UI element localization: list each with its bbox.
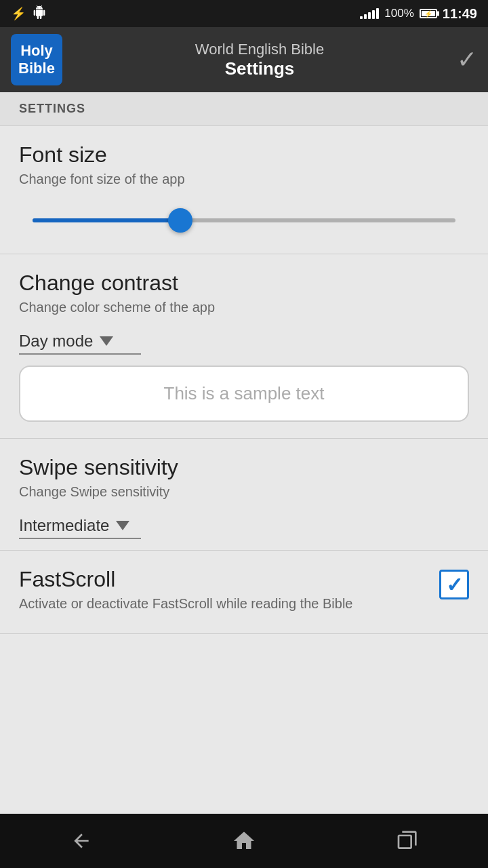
fastscroll-row: FastScroll Activate or deactivate FastSc…: [19, 567, 469, 623]
font-size-title: Font size: [19, 142, 469, 167]
font-size-slider-track: [33, 218, 455, 222]
app-subtitle: World English Bible: [62, 41, 457, 58]
fastscroll-description: Activate or deactivate FastScroll while …: [19, 596, 439, 612]
status-bar: ⚡ 100% ⚡ 11:49: [0, 0, 488, 27]
swipe-sensitivity-description: Change Swipe sensitivity: [19, 484, 469, 500]
settings-section-header: SETTINGS: [0, 92, 488, 126]
recents-button[interactable]: [386, 821, 427, 861]
svg-rect-0: [399, 835, 411, 848]
change-contrast-description: Change color scheme of the app: [19, 300, 469, 315]
app-main-title: Settings: [62, 58, 457, 79]
swipe-sensitivity-dropdown-arrow-icon: [116, 521, 129, 530]
contrast-dropdown-value: Day mode: [19, 332, 93, 351]
change-contrast-title: Change contrast: [19, 271, 469, 296]
swipe-sensitivity-setting: Swipe sensitivity Change Swipe sensitivi…: [0, 439, 488, 551]
sample-text: This is a sample text: [164, 383, 325, 403]
home-button[interactable]: [224, 821, 264, 861]
swipe-sensitivity-dropdown-value: Intermediate: [19, 516, 109, 535]
fastscroll-setting: FastScroll Activate or deactivate FastSc…: [0, 551, 488, 634]
font-size-slider-thumb[interactable]: [168, 208, 192, 233]
fastscroll-title: FastScroll: [19, 567, 439, 592]
battery-icon: ⚡: [420, 9, 437, 18]
fastscroll-checkmark-icon: ✓: [446, 573, 463, 597]
status-left: ⚡: [11, 5, 46, 22]
fastscroll-checkbox[interactable]: ✓: [439, 570, 469, 599]
swipe-sensitivity-dropdown[interactable]: Intermediate: [19, 516, 141, 539]
font-size-description: Change font size of the app: [19, 172, 469, 187]
android-icon: [33, 5, 46, 22]
signal-bars-icon: [360, 8, 379, 19]
battery-percentage: 100%: [384, 7, 413, 20]
navigation-bar: [0, 814, 488, 868]
contrast-dropdown[interactable]: Day mode: [19, 332, 141, 355]
contrast-dropdown-arrow-icon: [100, 336, 113, 346]
usb-icon: ⚡: [11, 6, 26, 21]
font-size-slider-fill: [33, 218, 180, 222]
settings-content: Font size Change font size of the app Ch…: [0, 126, 488, 634]
app-bar: Holy Bible World English Bible Settings …: [0, 27, 488, 92]
back-button[interactable]: [61, 821, 102, 861]
settings-section-label: SETTINGS: [19, 102, 85, 115]
font-size-setting: Font size Change font size of the app: [0, 126, 488, 254]
status-right: 100% ⚡ 11:49: [360, 6, 477, 22]
fastscroll-text: FastScroll Activate or deactivate FastSc…: [19, 567, 439, 623]
app-title-section: World English Bible Settings: [62, 41, 457, 79]
font-size-slider-container: [19, 198, 469, 243]
swipe-sensitivity-title: Swipe sensitivity: [19, 455, 469, 480]
change-contrast-setting: Change contrast Change color scheme of t…: [0, 254, 488, 439]
sample-text-box: This is a sample text: [19, 366, 469, 422]
confirm-button[interactable]: ✓: [457, 45, 477, 74]
app-icon[interactable]: Holy Bible: [11, 34, 62, 85]
time-display: 11:49: [443, 6, 477, 22]
